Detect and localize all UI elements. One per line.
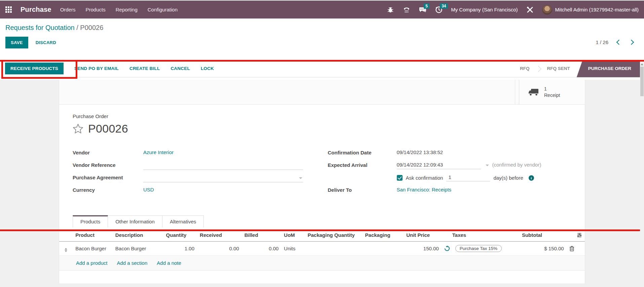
vendor-reference-label: Vendor Reference [73,162,143,168]
messages-icon[interactable]: 5 [419,6,427,14]
receipt-count: 1 [544,86,560,92]
tab-alternatives[interactable]: Alternatives [162,215,204,227]
delete-line-icon[interactable] [569,246,574,251]
menu-configuration[interactable]: Configuration [148,7,178,12]
fields-left-column: Vendor Azure Interior Vendor Reference P… [73,149,316,199]
cell-billed[interactable]: 0.00 [242,242,281,256]
activities-icon[interactable]: 34 [435,6,443,14]
status-separator-icon [536,60,540,77]
tax-badge[interactable]: Purchase Tax 15% [455,245,502,252]
expected-arrival-input[interactable]: 09/14/2022 12:09:43 [397,162,481,169]
days-before-suffix: day(s) before [493,175,523,181]
deliver-to-value[interactable]: San Francisco: Receipts [397,187,452,192]
purchase-agreement-label: Purchase Agreement [73,174,143,180]
bug-icon[interactable] [386,6,394,14]
band-divider [515,80,515,104]
pager-next-icon[interactable] [629,40,634,45]
vendor-reference-input[interactable] [143,162,303,170]
menu-orders[interactable]: Orders [60,7,76,12]
discard-button[interactable]: DISCARD [36,40,56,45]
scrollbar-thumb[interactable] [640,67,644,96]
avatar [542,5,552,15]
status-rfq[interactable]: RFQ [513,60,536,77]
cell-quantity[interactable]: 1.00 [163,242,197,256]
breadcrumb-current: P00026 [80,24,103,31]
cell-unit-price[interactable]: 150.00 [404,242,442,256]
messages-badge: 5 [424,3,429,9]
favorite-star-icon[interactable] [73,123,83,134]
voip-phone-icon[interactable] [403,6,411,14]
purchase-agreement-select[interactable] [143,174,303,182]
top-navbar: Purchase Orders Products Reporting Confi… [0,0,644,19]
company-switcher[interactable]: My Company (San Francisco) [451,7,518,12]
app-name[interactable]: Purchase [21,6,51,13]
ask-confirmation-spacer [328,174,397,175]
tools-icon[interactable] [526,6,534,14]
days-before-input[interactable]: 1 [446,174,490,181]
price-history-icon[interactable] [444,246,450,251]
apps-grid-icon[interactable] [5,6,12,13]
drag-handle-icon[interactable] [65,248,67,252]
annotation-line-table [0,229,644,231]
expected-arrival-label: Expected Arrival [328,162,397,168]
screen: Purchase Orders Products Reporting Confi… [0,0,644,287]
document-type-label: Purchase Order [73,113,571,119]
order-line-row[interactable]: Bacon Burger Bacon Burger 1.00 0.00 0.00… [59,242,585,256]
status-rfq-sent[interactable]: RFQ SENT [540,60,576,77]
cell-uom[interactable]: Units [281,242,305,256]
annotation-line-top [0,60,644,62]
lock-button[interactable]: LOCK [201,66,214,71]
info-icon: i [529,175,534,181]
control-panel: Requests for Quotation / P00026 SAVE DIS… [0,19,644,60]
truck-icon [528,88,539,97]
vendor-label: Vendor [73,149,143,155]
cancel-button[interactable]: CANCEL [171,66,190,71]
vertical-scrollbar[interactable] [640,62,644,287]
currency-label: Currency [73,187,143,193]
menu-reporting[interactable]: Reporting [116,7,138,12]
order-lines-table: Product Description Quantity Received Bi… [59,229,585,256]
breadcrumb: Requests for Quotation / P00026 [5,24,639,32]
receipt-label: Receipt [544,92,560,99]
statusbar: RFQ RFQ SENT PURCHASE ORDER [513,60,640,77]
confirmation-date-label: Confirmation Date [328,149,397,155]
cell-subtotal: $ 150.00 [519,242,567,256]
breadcrumb-separator: / [75,24,80,31]
add-a-section-link[interactable]: Add a section [117,260,147,266]
add-a-product-link[interactable]: Add a product [76,260,107,266]
date-caret-icon[interactable] [486,165,489,166]
currency-value[interactable]: USD [143,187,154,192]
pager-previous-icon[interactable] [616,40,622,45]
add-a-note-link[interactable]: Add a note [157,260,181,266]
pager-count: 1 / 26 [596,39,608,45]
user-name: Mitchell Admin (19279942-master-all) [555,7,639,12]
dropdown-caret-icon [299,177,302,179]
annotation-box-receive-products [1,60,77,79]
confirmation-date-value: 09/14/2022 13:38:52 [397,149,443,155]
save-button[interactable]: SAVE [5,37,28,48]
tab-other-information[interactable]: Other Information [108,215,162,227]
cell-description[interactable]: Bacon Burger [113,242,163,256]
action-bar: RECEIVE PRODUCTS SEND PO BY EMAIL CREATE… [0,60,644,77]
user-menu[interactable]: Mitchell Admin (19279942-master-all) [542,5,639,15]
send-po-by-email-button[interactable]: SEND PO BY EMAIL [74,66,119,71]
fields-right-column: Confirmation Date 09/14/2022 13:38:52 Ex… [328,149,572,199]
cell-product[interactable]: Bacon Burger [73,242,113,256]
cell-packaging-quantity[interactable] [305,242,363,256]
activities-badge: 34 [440,3,448,9]
create-bill-button[interactable]: CREATE BILL [129,66,160,71]
cell-packaging[interactable] [363,242,404,256]
receipt-smart-button[interactable]: 1 Receipt [519,80,585,104]
scrollbar-up-icon[interactable] [641,63,643,65]
sheet: 1 Receipt Purchase Order P00026 Vendor A… [59,80,585,284]
ask-confirmation-label: Ask confirmation [406,175,443,181]
tab-products[interactable]: Products [73,215,108,227]
vendor-value[interactable]: Azure Interior [143,149,174,155]
ask-confirmation-checkbox[interactable] [397,175,403,181]
cell-received[interactable]: 0.00 [197,242,242,256]
menu-products[interactable]: Products [86,7,106,12]
breadcrumb-parent[interactable]: Requests for Quotation [5,24,75,31]
sliders-icon [577,232,582,238]
form-view: 1 Receipt Purchase Order P00026 Vendor A… [0,80,644,287]
status-purchase-order[interactable]: PURCHASE ORDER [577,60,640,77]
